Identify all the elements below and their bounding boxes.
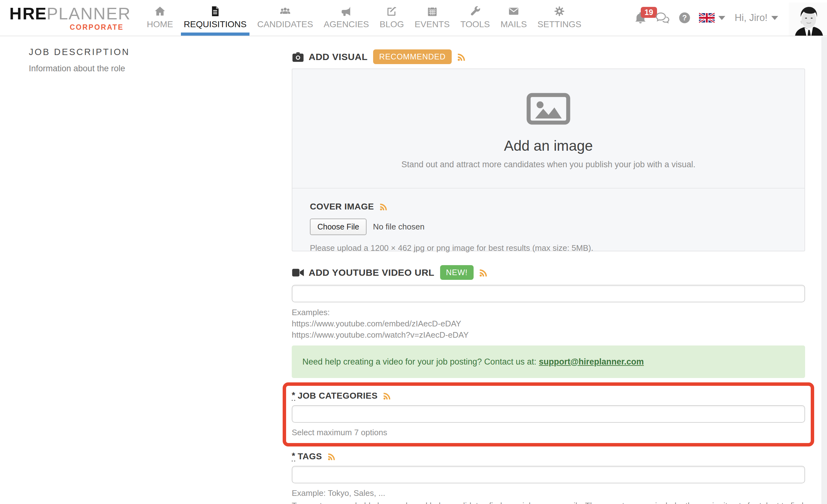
logo-subtitle: CORPORATE xyxy=(9,23,124,32)
cover-image-label: COVER IMAGE xyxy=(310,202,374,212)
uk-flag-icon xyxy=(699,13,715,23)
pencil-square-icon xyxy=(386,6,397,17)
tags-section: * TAGS Example: Tokyo, Sales, ... Tags a… xyxy=(292,451,805,504)
cover-image-hint: Please upload a 1200 × 462 jpg or png im… xyxy=(310,243,805,253)
rss-icon xyxy=(379,202,388,211)
tags-header: * TAGS xyxy=(292,451,805,461)
recommended-badge: RECOMMENDED xyxy=(373,49,451,64)
example-url-2: https://www.youtube.com/watch?v=zIAecD-e… xyxy=(292,329,805,340)
question-circle-icon: ? xyxy=(678,11,691,24)
chat-bubbles-icon xyxy=(655,11,670,24)
logo-text-planner: PLANNER xyxy=(47,5,131,22)
choose-file-button[interactable]: Choose File xyxy=(310,219,367,235)
document-icon xyxy=(209,6,221,17)
nav-item-home[interactable]: HOME xyxy=(142,0,179,36)
logo-text-h: H xyxy=(9,5,22,22)
main-nav: HOME REQUISITIONS CANDIDATES AGENCIES BL… xyxy=(142,0,587,36)
image-placeholder-icon xyxy=(527,93,570,125)
youtube-header: ADD YOUTUBE VIDEO URL NEW! xyxy=(292,265,805,280)
home-icon xyxy=(154,6,165,17)
nav-item-tools[interactable]: TOOLS xyxy=(455,0,495,36)
language-selector[interactable] xyxy=(699,13,725,23)
wrench-icon xyxy=(470,6,481,17)
job-categories-input[interactable] xyxy=(292,405,805,423)
video-help-alert: Need help creating a video for your job … xyxy=(292,345,805,378)
top-navigation-bar: H RE PLANNER CORPORATE HOME REQUISITIONS… xyxy=(0,0,827,36)
rss-icon xyxy=(327,452,337,461)
nav-item-agencies[interactable]: AGENCIES xyxy=(318,0,374,36)
section-title: JOB DESCRIPTION xyxy=(29,47,130,57)
user-avatar[interactable] xyxy=(789,2,827,36)
megaphone-icon xyxy=(341,6,352,17)
tags-label: TAGS xyxy=(298,451,322,461)
job-categories-highlight: * JOB CATEGORIES Select maximum 7 option… xyxy=(283,382,814,446)
image-dropzone: Add an image Stand out and attract more … xyxy=(292,69,805,188)
nav-item-mails[interactable]: MAILS xyxy=(495,0,532,36)
help-button[interactable]: ? xyxy=(678,11,691,24)
section-subtitle: Information about the role xyxy=(29,64,125,73)
nav-item-events[interactable]: EVENTS xyxy=(409,0,455,36)
job-categories-label: JOB CATEGORIES xyxy=(298,391,378,401)
tags-description: Tags act as searchable keywords and help… xyxy=(292,500,805,504)
calendar-icon xyxy=(427,6,438,17)
rss-icon xyxy=(383,391,392,400)
job-categories-hint: Select maximum 7 options xyxy=(292,428,805,437)
chevron-down-icon xyxy=(771,16,778,20)
required-asterisk: * xyxy=(292,451,295,461)
file-status-text: No file chosen xyxy=(373,222,425,232)
rss-icon xyxy=(479,268,489,278)
hireplanner-logo[interactable]: H RE PLANNER CORPORATE xyxy=(9,5,124,32)
job-categories-header: * JOB CATEGORIES xyxy=(292,391,805,401)
job-form-main: ADD VISUAL RECOMMENDED Add an image Stan… xyxy=(292,36,805,504)
nav-item-settings[interactable]: SETTINGS xyxy=(532,0,587,36)
nav-item-requisitions[interactable]: REQUISITIONS xyxy=(179,0,252,36)
placeholder-subtitle: Stand out and attract more candidates wh… xyxy=(401,160,695,169)
youtube-examples: Examples: https://www.youtube.com/embed/… xyxy=(292,307,805,340)
visual-panel: Add an image Stand out and attract more … xyxy=(292,68,805,251)
nav-item-blog[interactable]: BLOG xyxy=(374,0,409,36)
greeting-text: Hi, Jiro! xyxy=(735,12,768,23)
examples-title: Examples: xyxy=(292,307,805,318)
placeholder-title: Add an image xyxy=(504,137,593,154)
video-camera-icon xyxy=(292,268,304,277)
youtube-url-input[interactable] xyxy=(292,285,805,302)
user-menu[interactable]: Hi, Jiro! xyxy=(735,12,778,23)
header-right-cluster: 19 ? Hi, Jiro! xyxy=(634,0,827,36)
notifications-button[interactable]: 19 xyxy=(634,11,647,24)
messages-button[interactable] xyxy=(655,11,670,24)
tags-input[interactable] xyxy=(292,466,805,483)
tags-example: Example: Tokyo, Sales, ... xyxy=(292,488,805,498)
rss-icon xyxy=(457,52,467,62)
nav-item-candidates[interactable]: CANDIDATES xyxy=(252,0,318,36)
required-asterisk: * xyxy=(292,391,295,401)
users-icon xyxy=(280,6,291,17)
camera-icon xyxy=(292,51,304,62)
youtube-label: ADD YOUTUBE VIDEO URL xyxy=(309,267,434,278)
gear-icon xyxy=(554,6,565,17)
envelope-icon xyxy=(508,6,519,17)
page-scrollbar[interactable] xyxy=(821,37,827,504)
new-badge: NEW! xyxy=(440,265,474,280)
logo-text-re: RE xyxy=(22,5,47,22)
support-email-link[interactable]: support@hireplanner.com xyxy=(539,357,643,367)
cover-image-section: COVER IMAGE Choose File No file chosen P… xyxy=(292,188,805,253)
chevron-down-icon xyxy=(718,16,725,20)
add-visual-header: ADD VISUAL RECOMMENDED xyxy=(292,49,805,64)
notification-count-badge: 19 xyxy=(641,7,657,18)
example-url-1: https://www.youtube.com/embed/zIAecD-eDA… xyxy=(292,318,805,329)
svg-text:?: ? xyxy=(682,13,687,22)
help-text: Need help creating a video for your job … xyxy=(302,357,536,367)
add-visual-label: ADD VISUAL xyxy=(309,52,368,62)
